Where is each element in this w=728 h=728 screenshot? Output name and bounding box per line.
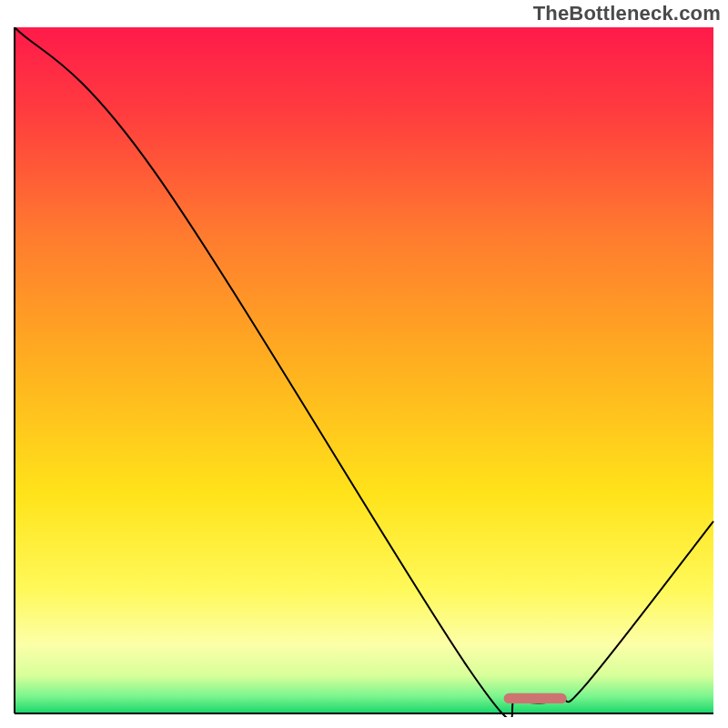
watermark-label: TheBottleneck.com: [533, 2, 721, 25]
gradient-background: [15, 27, 713, 713]
chart-svg: [13, 27, 715, 717]
plot-area: [13, 27, 715, 717]
chart-container: TheBottleneck.com: [0, 0, 728, 728]
optimal-range-bar: [504, 693, 567, 703]
marker-group: [504, 693, 567, 703]
